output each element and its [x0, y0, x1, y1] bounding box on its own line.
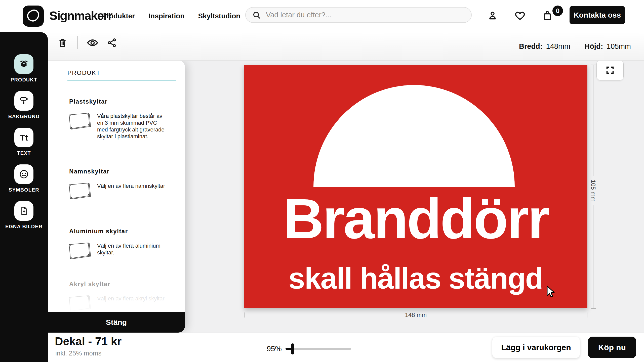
site-header: Signmakerr Produkter Inspiration Skyltst… [0, 0, 644, 32]
symboler-tile [14, 164, 33, 184]
sidebar-item-label: EGNA BILDER [0, 224, 48, 230]
sign-text-line2: skall hållas stängd [244, 263, 587, 293]
width-label: Bredd: [519, 42, 542, 51]
height-label: Höjd: [584, 42, 603, 51]
open-box-icon [19, 59, 29, 69]
bottom-bar: Dekal - 71 kr inkl. 25% moms 95% Lägg i … [48, 333, 644, 362]
panel-title: PRODUKT [67, 69, 100, 76]
sign-text-line1: Branddörr [244, 191, 587, 247]
sidebar-item-label: BAKGRUND [0, 114, 48, 119]
sign-artboard[interactable]: Branddörr skall hållas stängd [244, 65, 587, 308]
sign-thumbnail-icon [67, 112, 93, 131]
cart-bag-icon [542, 10, 553, 21]
zoom-slider[interactable] [286, 341, 352, 356]
buy-now-button[interactable]: Köp nu [588, 337, 636, 358]
produkt-tile [14, 54, 33, 74]
width-dim-line [244, 315, 398, 315]
smiley-icon [18, 169, 29, 180]
dim-tick [591, 308, 596, 309]
vat-note: inkl. 25% moms [55, 349, 102, 357]
search-input[interactable] [265, 11, 458, 19]
dimension-readout: Bredd: 148mm Höjd: 105mm [519, 32, 631, 60]
product-option-plastskyltar[interactable]: Plastskyltar Våra plastskyltar består av… [48, 98, 185, 163]
product-title: Plastskyltar [69, 98, 108, 105]
delete-button[interactable] [57, 37, 69, 49]
close-panel-button[interactable]: Stäng [48, 312, 185, 333]
brand-logo[interactable] [23, 6, 44, 27]
product-description: Välj en av flera namnskyltar [97, 183, 169, 189]
search-icon [252, 11, 261, 19]
egna-bilder-tile [14, 201, 33, 221]
product-option-namnskyltar[interactable]: Namnskyltar Välj en av flera namnskyltar [48, 168, 185, 233]
width-value: 148mm [546, 42, 571, 51]
nav-inspiration[interactable]: Inspiration [148, 12, 184, 20]
product-title: Aluminium skyltar [69, 228, 128, 235]
add-to-cart-button[interactable]: Lägg i varukorgen [492, 337, 580, 358]
dim-tick [244, 312, 245, 318]
tool-rail: PRODUKT BAKGRUND Tt TEXT SYMBOLER [0, 32, 48, 362]
height-dim-label: 105 mm [587, 176, 599, 205]
nav-produkter[interactable]: Produkter [102, 12, 135, 20]
dim-tick [591, 65, 596, 65]
sign-dome-shape [313, 85, 515, 187]
editor-toolbar: Bredd: 148mm Höjd: 105mm [48, 32, 644, 61]
favorites-button[interactable] [513, 9, 527, 22]
zoom-slider-track[interactable] [286, 348, 351, 350]
product-title: Akryl skyltar [69, 281, 110, 288]
main-nav: Produkter Inspiration Skyltstudion [102, 0, 240, 32]
product-panel: PRODUKT Plastskyltar Våra plastskyltar b… [48, 60, 185, 333]
zoom-level: 95% [259, 344, 282, 353]
text-tile: Tt [14, 128, 33, 147]
fullscreen-button[interactable] [596, 60, 624, 80]
nav-skyltstudion[interactable]: Skyltstudion [198, 12, 240, 20]
height-value: 105mm [607, 42, 631, 51]
account-icon [487, 10, 498, 21]
upload-image-icon [19, 206, 29, 216]
cart-count-badge: 0 [552, 6, 563, 16]
height-dim-line [593, 65, 593, 176]
preview-eye-icon [87, 38, 98, 47]
width-dim-label: 148 mm [398, 311, 434, 319]
toolbar-divider [77, 36, 78, 49]
product-title: Namnskyltar [69, 168, 110, 175]
paint-roller-icon [19, 96, 29, 106]
product-description: Välj en av flera aluminium skyltar. [97, 242, 169, 256]
sidebar-item-label: TEXT [0, 150, 48, 156]
search-bar [245, 7, 472, 23]
sidebar-item-label: SYMBOLER [0, 187, 48, 193]
share-button[interactable] [106, 37, 118, 49]
contact-button[interactable]: Kontakta oss [570, 6, 625, 24]
width-dim-line [434, 315, 587, 315]
product-price: Dekal - 71 kr [55, 335, 122, 348]
logo-blob-icon [26, 9, 41, 23]
heart-icon [514, 10, 526, 21]
panel-title-underline [67, 80, 176, 81]
dim-tick [587, 312, 587, 318]
zoom-slider-thumb[interactable] [291, 343, 294, 354]
sign-thumbnail-icon [67, 241, 93, 260]
text-icon: Tt [20, 133, 28, 143]
panel-scroll-fade [48, 292, 185, 312]
fullscreen-icon [606, 66, 615, 75]
share-icon [107, 38, 117, 48]
trash-icon [58, 37, 67, 48]
sign-thumbnail-icon [67, 182, 93, 201]
height-dim-line [593, 205, 593, 309]
bakgrund-tile [14, 91, 33, 111]
mouse-cursor [546, 285, 556, 297]
account-button[interactable] [486, 9, 499, 22]
product-description: Våra plastskyltar består av en 3 mm skum… [97, 113, 169, 140]
sidebar-item-label: PRODUKT [0, 77, 48, 83]
preview-button[interactable] [87, 37, 99, 49]
cart-button[interactable] [541, 9, 554, 22]
